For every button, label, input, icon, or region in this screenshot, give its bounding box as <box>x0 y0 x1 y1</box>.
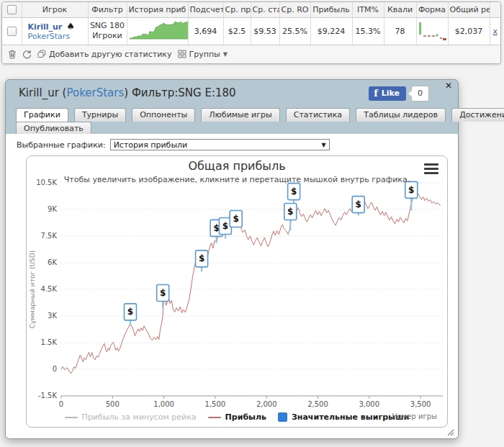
row-checkbox[interactable] <box>7 27 17 36</box>
svg-text:$: $ <box>222 221 228 231</box>
svg-text:$: $ <box>356 199 361 209</box>
pokerstars-spade-icon: ♠ <box>66 21 75 32</box>
legend-square-swatch <box>278 412 287 422</box>
avg-stake-cell: $9.53 <box>251 17 279 45</box>
itm-cell: 15.3% <box>352 17 384 45</box>
count-cell: 3,694 <box>188 17 223 45</box>
tabs-row-2: Опубликовать <box>16 120 94 135</box>
graph-select-row: Выбранные графики: История прибыли ▼ <box>17 139 330 150</box>
tab-favorite-games[interactable]: Любимые игры <box>201 108 279 122</box>
groups-icon <box>178 50 186 58</box>
svg-text:$: $ <box>199 253 204 263</box>
facebook-like-label: Like <box>382 89 400 98</box>
facebook-like-count: 0 <box>411 86 429 101</box>
x-axis-title: Номер игры <box>392 412 437 420</box>
groups-dropdown-arrow: ▼ <box>223 51 228 58</box>
filter-line2: Игроки <box>90 31 125 41</box>
add-statistic-label: Добавить другую статистику <box>49 50 172 59</box>
column-header-total-rake[interactable]: Общий рей <box>448 2 490 17</box>
popup-title: Kirill_ur (PokerStars) Фильтр:SNG E:180 <box>19 86 236 99</box>
popup-title-site-link[interactable]: PokerStars <box>66 86 124 99</box>
remove-row-link[interactable]: x <box>492 27 498 36</box>
tab-opponents[interactable]: Оппоненты <box>132 108 195 122</box>
graph-select-label: Выбранные графики: <box>17 140 106 150</box>
svg-text:2,000: 2,000 <box>256 400 277 408</box>
svg-text:1,000: 1,000 <box>153 400 174 408</box>
svg-text:3K: 3K <box>48 312 57 320</box>
column-header-avg-roi[interactable]: Ср. RO <box>279 2 310 17</box>
svg-text:$: $ <box>408 185 414 195</box>
filter-cell: SNG 180 Игроки <box>88 17 127 45</box>
profit-history-cell <box>127 17 188 45</box>
refresh-button[interactable] <box>22 50 32 59</box>
chart-subtitle: Чтобы увеличить изображение, кликните и … <box>27 175 447 184</box>
column-header-remove <box>490 2 500 17</box>
tab-leaderboards[interactable]: Таблицы лидеров <box>356 108 446 122</box>
table-row: Kirill_ur♠ PokerStars SNG 180 Игроки 3,6… <box>2 17 500 45</box>
avg-profit-cell: $2.5 <box>223 17 251 45</box>
profit-chart[interactable]: -1.5K01.5K3K4.5K6K7.5K9K10.5K05001,0001,… <box>26 155 448 428</box>
svg-text:$: $ <box>291 186 297 197</box>
facebook-like-button[interactable]: f Like <box>369 86 406 101</box>
legend-label: Прибыль <box>225 412 266 422</box>
popup-title-filter: ) Фильтр:SNG E:180 <box>124 86 235 99</box>
svg-text:$: $ <box>287 207 293 217</box>
column-header-profit[interactable]: Прибыль <box>310 2 352 17</box>
stats-table: Игрок Фильтр История приб Подсчет Ср. пр… <box>2 2 500 45</box>
column-header-itm[interactable]: ITM% <box>352 2 384 17</box>
svg-text:3,500: 3,500 <box>410 400 431 408</box>
column-header-avg-stake[interactable]: Ср. ста <box>251 2 279 17</box>
delete-button[interactable] <box>8 50 17 59</box>
add-statistic-button[interactable]: Добавить другую статистику <box>37 50 172 59</box>
total-rake-cell: $2,037 <box>448 17 490 45</box>
remove-cell: x <box>490 17 500 45</box>
svg-text:1.5K: 1.5K <box>41 338 58 346</box>
chart-menu-icon[interactable] <box>424 163 438 176</box>
quali-cell: 78 <box>384 17 416 45</box>
svg-text:7.5K: 7.5K <box>41 232 58 240</box>
graph-select[interactable]: История прибыли ▼ <box>110 139 330 150</box>
column-header-avg-profit[interactable]: Ср. при <box>223 2 251 17</box>
column-header-form[interactable]: Форма <box>416 2 448 17</box>
svg-text:2,500: 2,500 <box>307 400 328 408</box>
profit-history-sparkline <box>127 18 189 42</box>
tab-statistics[interactable]: Статистика <box>286 108 350 122</box>
filter-line1: SNG 180 <box>90 21 125 31</box>
close-icon[interactable]: ✕ <box>445 81 452 91</box>
add-statistic-icon <box>37 50 46 58</box>
svg-text:-1.5K: -1.5K <box>38 392 58 399</box>
legend-item[interactable]: Прибыль <box>208 412 266 422</box>
form-cell <box>416 17 448 45</box>
player-popup: Kirill_ur (PokerStars) Фильтр:SNG E:180 … <box>5 79 459 439</box>
select-dropdown-arrow: ▼ <box>321 142 325 148</box>
svg-text:0: 0 <box>59 400 63 408</box>
svg-text:4.5K: 4.5K <box>41 285 58 293</box>
legend-line-swatch <box>208 417 221 418</box>
chart-title: Общая прибыль <box>27 159 447 173</box>
groups-button[interactable]: Группы ▼ <box>178 50 228 59</box>
stats-card: Игрок Фильтр История приб Подсчет Ср. пр… <box>1 1 501 64</box>
site-link[interactable]: PokerStars <box>28 32 71 41</box>
column-header-quali[interactable]: Квали <box>384 2 416 17</box>
resize-handle-icon[interactable] <box>446 428 454 436</box>
legend-item[interactable]: Прибыль за минусом рейка <box>65 412 197 422</box>
svg-text:6K: 6K <box>48 258 57 266</box>
svg-text:3,000: 3,000 <box>359 400 379 408</box>
svg-text:$: $ <box>213 223 219 233</box>
column-header-count[interactable]: Подсчет <box>188 2 223 17</box>
tab-achievements[interactable]: Достижения <box>451 108 504 122</box>
legend-label: Прибыль за минусом рейка <box>82 412 197 422</box>
legend-item[interactable]: Значительные выигрыши <box>278 412 409 422</box>
player-link[interactable]: Kirill_ur <box>28 22 63 32</box>
column-header-player[interactable]: Игрок <box>22 2 88 17</box>
chart-canvas[interactable]: -1.5K01.5K3K4.5K6K7.5K9K10.5K05001,0001,… <box>27 156 447 427</box>
column-header-filter[interactable]: Фильтр <box>88 2 127 17</box>
select-all-header <box>2 2 22 17</box>
column-header-profit-history[interactable]: История приб <box>127 2 188 17</box>
svg-text:0: 0 <box>53 365 57 373</box>
select-all-checkbox[interactable] <box>7 5 17 14</box>
svg-text:9K: 9K <box>48 205 57 213</box>
profit-cell: $9,224 <box>310 17 352 45</box>
svg-text:$: $ <box>160 288 166 298</box>
refresh-icon <box>22 50 32 59</box>
